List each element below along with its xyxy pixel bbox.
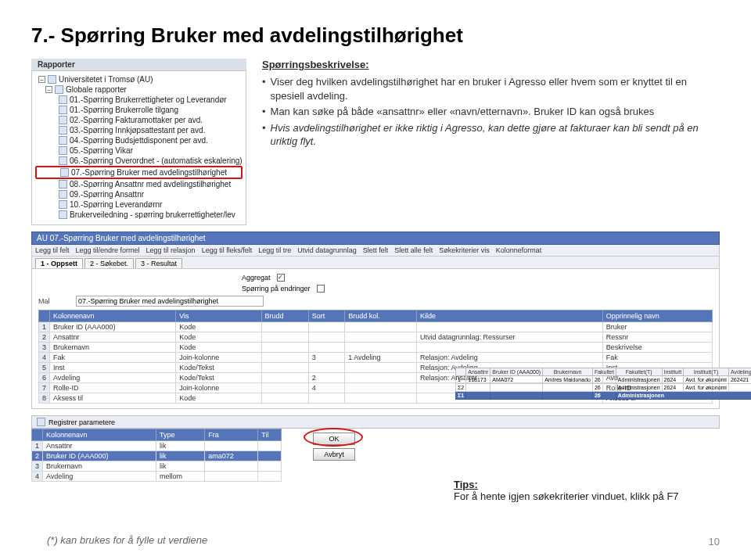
tree-item-label: 05.-Spørring Vikar [70, 146, 133, 155]
tree-item[interactable]: 06.-Spørring Overordnet - (automatisk es… [35, 156, 243, 166]
window-title: AU 07.-Spørring Bruker med avdelingstilh… [37, 234, 206, 242]
tree-item[interactable]: 01.-Spørring Brukerrettigheter og Levera… [35, 95, 243, 105]
tab[interactable]: 2 - Søkebet. [84, 258, 134, 268]
document-icon [59, 116, 67, 124]
tips-block: Tips: For å hente igjen søkekriterier vi… [454, 479, 712, 502]
toolbar-item[interactable]: Legg til tre [258, 246, 291, 254]
tree-group[interactable]: – Globale rapporter [35, 84, 243, 95]
document-icon [59, 190, 67, 199]
mal-label: Mal [38, 297, 70, 305]
tree-item-label: 08.-Spørring Ansattnr med avdelingstilhø… [70, 180, 231, 188]
cancel-button[interactable]: Avbryt [313, 448, 355, 461]
tips-heading: Tips: [454, 479, 478, 490]
tips-text: For å hente igjen søkekriterier vinduet,… [454, 490, 679, 502]
ok-button[interactable]: OK [313, 433, 355, 445]
document-icon [59, 136, 67, 145]
tree-item-label: 10.-Spørring Leverandørnr [70, 200, 162, 209]
bullet-1: Viser deg hvilken avdelingstilhørighet h… [271, 75, 720, 102]
tree-item-label: 01.-Spørring Brukerrolle tilgang [70, 106, 178, 114]
document-icon [59, 200, 67, 209]
tree-item[interactable]: Brukerveiledning - spørring brukerrettig… [35, 210, 243, 220]
mal-input[interactable] [76, 296, 264, 307]
page-title: 7.- Spørring Bruker med avdelingstilhøri… [31, 23, 720, 48]
tree-item[interactable]: 05.-Spørring Vikar [35, 145, 243, 156]
description-heading: Spørringsbeskrivelse: [262, 59, 720, 70]
params-title: Registrer parametere [49, 418, 115, 426]
bullet-3: Hvis avdelingstilhørighet er ikke riktig… [271, 121, 720, 149]
document-icon [60, 168, 69, 177]
tree-group-label: Globale rapporter [66, 85, 127, 94]
tree-item-label: Brukerveiledning - spørring brukerrettig… [70, 210, 235, 219]
tree-item[interactable]: 02.-Spørring Fakturamottaker per avd. [35, 115, 243, 125]
result-grid-wrap: AnsattnrBruker ID (AAA000)BrukernavnFaku… [455, 368, 737, 400]
document-icon [59, 180, 67, 188]
params-screenshot: Registrer parametere KolonnenavnTypeFraT… [31, 415, 720, 482]
tree-item[interactable]: 09.-Spørring Ansattnr [35, 189, 243, 199]
document-icon [59, 156, 67, 165]
result-grid: AnsattnrBruker ID (AAA000)BrukernavnFaku… [455, 368, 751, 400]
tree-item-label: 03.-Spørring Innkjøpsattestant per avd. [70, 126, 205, 135]
description-block: Spørringsbeskrivelse: Viser deg hvilken … [262, 59, 720, 225]
tree-item-label: 09.-Spørring Ansattnr [70, 190, 144, 199]
footnote: (*) kan brukes for å fylle ut verdiene [47, 534, 207, 546]
tree-root[interactable]: – Universitetet i Tromsø (AU) [35, 74, 243, 84]
spread-label: Spørring på endringer [242, 285, 311, 293]
tree-root-label: Universitetet i Tromsø (AU) [59, 75, 153, 84]
document-icon [59, 95, 67, 104]
toolbar-item[interactable]: Slett alle felt [394, 246, 433, 254]
tree-item[interactable]: 07.-Spørring Bruker med avdelingstilhøri… [35, 166, 243, 179]
bullet-2: Man kan søke på både «ansattnr» eller «n… [271, 105, 655, 119]
tree-item[interactable]: 01.-Spørring Brukerrolle tilgang [35, 105, 243, 115]
minus-icon: – [45, 86, 52, 93]
tree-item-label: 06.-Spørring Overordnet - (automatisk es… [70, 156, 243, 165]
document-icon [59, 106, 67, 114]
tree-item[interactable]: 08.-Spørring Ansattnr med avdelingstilhø… [35, 179, 243, 189]
document-icon [59, 146, 67, 155]
folder-icon [48, 75, 56, 84]
report-tree: Rapporter – Universitetet i Tromsø (AU) … [31, 59, 246, 225]
tree-item-label: 02.-Spørring Fakturamottaker per avd. [70, 116, 203, 124]
toolbar-item[interactable]: Legg til felt [35, 246, 70, 254]
toolbar-item[interactable]: Legg til relasjon [146, 246, 196, 254]
aggregate-checkbox[interactable] [277, 274, 285, 282]
toolbar-item[interactable]: Legg til/endre formel [76, 246, 140, 254]
tree-header: Rapporter [31, 59, 246, 70]
params-grid: KolonnenavnTypeFraTil 1Ansattnrlik2Bruke… [31, 429, 282, 482]
toolbar-item[interactable]: Kolonneformat [496, 246, 542, 254]
tree-item-label: 07.-Spørring Bruker med avdelingstilhøri… [71, 168, 227, 177]
document-icon [59, 210, 67, 219]
folder-icon [55, 85, 63, 94]
tree-item-label: 01.-Spørring Brukerrettigheter og Levera… [70, 95, 227, 104]
toolbar-item[interactable]: Søkekriterier vis [439, 246, 490, 254]
page-number: 10 [709, 536, 720, 547]
toolbar-item[interactable]: Utvid datagrunnlag [297, 246, 357, 254]
toolbar-item[interactable]: Slett felt [363, 246, 389, 254]
tab[interactable]: 3 - Resultat [135, 258, 182, 268]
document-icon [59, 126, 67, 135]
params-icon [37, 418, 45, 426]
spread-checkbox[interactable] [317, 285, 325, 293]
tree-item[interactable]: 03.-Spørring Innkjøpsattestant per avd. [35, 125, 243, 135]
toolbar-item[interactable]: Legg til fleks/felt [202, 246, 253, 254]
tree-item[interactable]: 10.-Spørring Leverandørnr [35, 199, 243, 210]
aggregate-label: Aggregat [242, 274, 271, 282]
tab[interactable]: 1 - Oppsett [35, 258, 83, 268]
tree-item[interactable]: 04.-Spørring Budsjettdisponent per avd. [35, 135, 243, 145]
minus-icon: – [38, 76, 45, 83]
tree-item-label: 04.-Spørring Budsjettdisponent per avd. [70, 136, 208, 145]
